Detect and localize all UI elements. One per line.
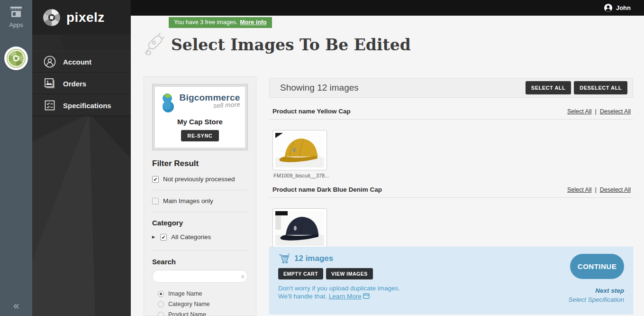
search-option-category-name[interactable]: Category Name bbox=[152, 299, 248, 309]
radio-label: Product Name bbox=[168, 311, 206, 316]
pixelz-aperture-green-icon bbox=[7, 49, 26, 68]
sidebar-item-label: Account bbox=[63, 58, 91, 66]
category-all-categories[interactable]: ▶ ✔ All Categories bbox=[152, 231, 248, 243]
filter-panel: Bigcommerce sell more My Cap Store RE-SY… bbox=[144, 76, 256, 316]
sidebar-item-label: Orders bbox=[63, 80, 86, 88]
group-select-all-link[interactable]: Select All bbox=[567, 186, 591, 193]
results-area: Showing 12 images SELECT ALL DESELECT AL… bbox=[269, 78, 633, 249]
sidebar-item-specifications[interactable]: Specifications bbox=[32, 94, 131, 116]
clear-search-icon[interactable]: × bbox=[241, 272, 245, 280]
user-avatar-icon bbox=[604, 3, 613, 12]
top-bar: John bbox=[131, 0, 644, 16]
search-input[interactable] bbox=[157, 273, 241, 280]
radio-selected-icon[interactable] bbox=[158, 291, 164, 297]
checkbox-checked-icon[interactable]: ✔ bbox=[152, 176, 159, 183]
results-header: Showing 12 images SELECT ALL DESELECT AL… bbox=[269, 78, 633, 98]
user-name: John bbox=[616, 4, 631, 11]
divider bbox=[269, 119, 633, 120]
link-separator: | bbox=[595, 186, 596, 193]
divider bbox=[269, 197, 633, 198]
page-header: Select Images To Be Edited bbox=[141, 32, 411, 57]
filter-main-images-only[interactable]: Main Images only bbox=[152, 195, 248, 207]
divider bbox=[152, 190, 248, 190]
radio-label: Category Name bbox=[168, 301, 210, 307]
pixelz-aperture-icon bbox=[42, 8, 62, 28]
checkbox-checked-icon[interactable]: ✔ bbox=[160, 234, 167, 241]
cart-icon bbox=[278, 253, 290, 264]
orders-photos-icon bbox=[44, 77, 56, 90]
storefront-icon bbox=[9, 6, 23, 18]
sidebar-item-account[interactable]: Account bbox=[32, 51, 131, 73]
user-menu[interactable]: John bbox=[604, 3, 631, 12]
checkbox-label: Main Images only bbox=[163, 197, 213, 204]
image-filename: FM1009_biscuit__378... bbox=[273, 173, 633, 178]
group-select-all-link[interactable]: Select All bbox=[567, 108, 591, 115]
sidebar-item-orders[interactable]: Orders bbox=[32, 73, 131, 94]
free-images-banner: You have 3 free images. More info bbox=[169, 17, 272, 28]
radio-label: Image Name bbox=[168, 290, 202, 297]
apps-button[interactable]: Apps bbox=[0, 6, 32, 28]
radio-icon[interactable] bbox=[158, 301, 164, 307]
divider bbox=[152, 251, 248, 251]
category-title: Category bbox=[152, 219, 248, 227]
apps-label: Apps bbox=[0, 21, 32, 28]
sidebar: pixelz Account Orders bbox=[32, 0, 131, 316]
link-separator: | bbox=[595, 108, 596, 115]
pixelz-app-logo[interactable] bbox=[4, 46, 28, 70]
dark-blue-cap-image bbox=[275, 211, 324, 246]
results-count: Showing 12 images bbox=[280, 83, 523, 93]
account-person-icon bbox=[44, 56, 56, 68]
sidebar-nav: Account Orders Specifications bbox=[32, 51, 131, 116]
next-step-value: Select Specification bbox=[568, 296, 624, 303]
app-column: Apps « bbox=[0, 0, 32, 316]
more-info-link[interactable]: More info bbox=[240, 19, 266, 26]
view-images-button[interactable]: VIEW IMAGES bbox=[326, 268, 373, 279]
main-area: John You have 3 free images. More info S… bbox=[131, 0, 644, 316]
next-step-title: Next step bbox=[568, 287, 624, 294]
specifications-checklist-icon bbox=[44, 99, 56, 112]
brand-name: pixelz bbox=[66, 10, 105, 25]
product-group-dark-blue-denim-cap: Product name Dark Blue Denim Cap Select … bbox=[269, 186, 633, 249]
category-label: All Categories bbox=[171, 233, 211, 241]
search-option-product-name[interactable]: Product Name bbox=[152, 309, 248, 316]
group-deselect-all-link[interactable]: Deselect All bbox=[600, 186, 631, 193]
filter-title: Filter Result bbox=[152, 159, 248, 168]
bigcommerce-logo-icon bbox=[160, 93, 176, 113]
brand-header[interactable]: pixelz bbox=[32, 0, 131, 35]
image-thumbnail[interactable] bbox=[272, 208, 327, 249]
resync-button[interactable]: RE-SYNC bbox=[181, 130, 219, 141]
cart-count: 12 images bbox=[294, 254, 333, 263]
checkbox-unchecked-icon[interactable] bbox=[152, 198, 159, 204]
sidebar-item-label: Specifications bbox=[63, 102, 111, 110]
page-title: Select Images To Be Edited bbox=[171, 36, 411, 54]
checkbox-label: Not previously processed bbox=[163, 176, 235, 183]
search-box: × bbox=[152, 270, 248, 283]
product-name: Product name Yellow Cap bbox=[272, 108, 567, 115]
banner-text: You have 3 free images. bbox=[174, 19, 237, 26]
sidebar-collapse-button[interactable]: « bbox=[0, 300, 32, 312]
cart-note-line2: We'll handle that. bbox=[278, 293, 327, 300]
product-name: Product name Dark Blue Denim Cap bbox=[272, 186, 567, 193]
tree-expand-icon[interactable]: ▶ bbox=[152, 235, 155, 239]
next-step: Next step Select Specification bbox=[568, 287, 624, 303]
divider bbox=[152, 212, 248, 212]
product-group-yellow-cap: Product name Yellow Cap Select All|Desel… bbox=[269, 108, 633, 178]
plug-icon bbox=[141, 32, 165, 57]
store-name: My Cap Store bbox=[159, 118, 241, 126]
select-all-button[interactable]: SELECT ALL bbox=[526, 81, 571, 94]
group-deselect-all-link[interactable]: Deselect All bbox=[600, 108, 631, 115]
yellow-cap-image bbox=[275, 133, 324, 167]
external-window-icon bbox=[363, 293, 370, 299]
store-card: Bigcommerce sell more My Cap Store RE-SY… bbox=[152, 84, 248, 150]
continue-button[interactable]: CONTINUE bbox=[570, 254, 624, 279]
filter-not-previously-processed[interactable]: ✔ Not previously processed bbox=[152, 173, 248, 185]
search-option-image-name[interactable]: Image Name bbox=[152, 288, 248, 299]
empty-cart-button[interactable]: EMPTY CART bbox=[278, 268, 323, 279]
cart-bar: 12 images EMPTY CART VIEW IMAGES Don't w… bbox=[269, 247, 633, 314]
search-title: Search bbox=[152, 258, 248, 266]
learn-more-link[interactable]: Learn More bbox=[329, 293, 362, 300]
image-thumbnail[interactable] bbox=[272, 130, 327, 170]
radio-icon[interactable] bbox=[158, 312, 164, 316]
deselect-all-button[interactable]: DESELECT ALL bbox=[574, 81, 627, 94]
